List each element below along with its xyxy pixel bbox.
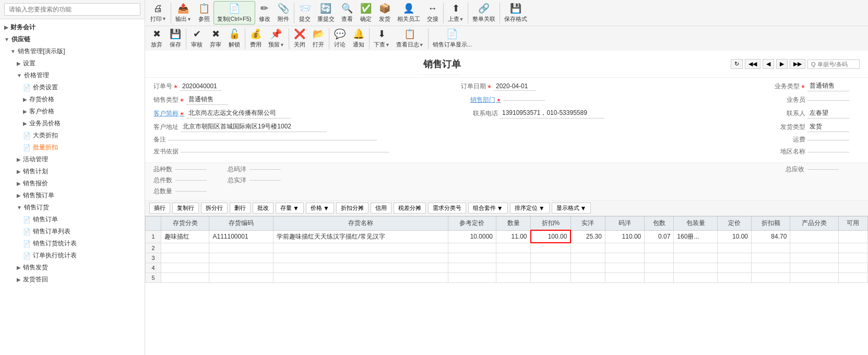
discount-cell[interactable] xyxy=(531,273,571,282)
stock-name-cell[interactable]: 学前趣味描红天天练汉字描红/常见汉字 xyxy=(274,230,448,243)
sidebar-item-bulk-discount[interactable]: 📄大类折扣 xyxy=(0,129,145,141)
qty-cell[interactable] xyxy=(496,253,531,263)
product-type-cell[interactable] xyxy=(790,253,838,263)
sidebar-item-staff-price[interactable]: ▶业务员价格 xyxy=(0,117,145,129)
ref-price-cell[interactable] xyxy=(448,273,496,282)
discount-cell[interactable]: 100.00 xyxy=(531,230,571,243)
actual-price-cell[interactable] xyxy=(570,253,605,263)
table-row[interactable]: 4 xyxy=(146,263,868,273)
stock-code-cell[interactable] xyxy=(209,263,274,273)
view-log-button[interactable]: 📋 查看日志 ▼ xyxy=(393,27,427,50)
row-number[interactable]: 4 xyxy=(146,263,161,273)
actual-price-cell[interactable]: 25.30 xyxy=(570,230,605,243)
stock-code-cell[interactable] xyxy=(209,243,274,253)
stock-name-cell[interactable] xyxy=(274,253,448,263)
open-button[interactable]: 📂 打开 xyxy=(309,27,328,50)
sidebar-item-sales-order-stats[interactable]: 📄销售订货统计表 xyxy=(0,238,145,250)
table-row[interactable]: 2 xyxy=(146,243,868,253)
available-cell[interactable] xyxy=(838,273,867,282)
fee-button[interactable]: 💰 费用 xyxy=(246,27,265,50)
available-cell[interactable] xyxy=(838,253,867,263)
sort-button[interactable]: 排序定位 ▼ xyxy=(510,203,550,214)
discount-amount-cell[interactable]: 84.70 xyxy=(752,230,790,243)
review-button[interactable]: ✔ 审核 xyxy=(187,27,206,50)
discount-cell[interactable] xyxy=(531,263,571,273)
product-type-cell[interactable] xyxy=(790,263,838,273)
sidebar-item-sales-plan[interactable]: ▶销售计划 xyxy=(0,165,145,178)
stock-name-cell[interactable] xyxy=(274,273,448,282)
product-type-cell[interactable] xyxy=(790,243,838,253)
sidebar-item-settings[interactable]: ▶设置 xyxy=(0,57,145,69)
list-price-cell[interactable]: 10.00 xyxy=(717,230,751,243)
pkg-qty-cell[interactable] xyxy=(674,273,717,282)
qty-cell[interactable]: 11.00 xyxy=(496,230,531,243)
stock-type-cell[interactable] xyxy=(161,243,209,253)
search-input[interactable] xyxy=(4,3,140,16)
product-type-cell[interactable] xyxy=(790,273,838,282)
actual-price-cell[interactable] xyxy=(570,273,605,282)
refresh-button[interactable]: ↻ xyxy=(731,59,743,69)
packages-cell[interactable] xyxy=(645,243,674,253)
transfer-button[interactable]: ↔ 交接 xyxy=(423,2,442,24)
row-number[interactable]: 3 xyxy=(146,253,161,263)
sidebar-item-sales-delivery[interactable]: ▶销售发货 xyxy=(0,262,145,274)
sidebar-item-order-exec-stats[interactable]: 📄订单执行统计表 xyxy=(0,250,145,262)
available-cell[interactable] xyxy=(838,230,867,243)
discuss-button[interactable]: 💬 讨论 xyxy=(330,27,349,50)
discount-split-button[interactable]: 折扣分摊 xyxy=(336,203,368,214)
row-number[interactable]: 5 xyxy=(146,273,161,282)
pkg-qty-cell[interactable]: 160册... xyxy=(674,230,717,243)
packages-cell[interactable] xyxy=(645,273,674,282)
format-save-button[interactable]: 💾 保存格式 xyxy=(501,2,530,24)
save-button[interactable]: 💾 保存 xyxy=(166,27,185,50)
actual-price-cell[interactable] xyxy=(570,243,605,253)
sales-dept-label[interactable]: 销售部门 xyxy=(470,96,501,104)
discount-cell[interactable] xyxy=(531,253,571,263)
credit-button[interactable]: 信用 xyxy=(371,203,391,214)
price-button[interactable]: 价格 ▼ xyxy=(306,203,334,214)
discount-amount-cell[interactable] xyxy=(752,243,790,253)
qty-cell[interactable] xyxy=(496,243,531,253)
actual-price-cell[interactable] xyxy=(570,263,605,273)
ref-price-cell[interactable] xyxy=(448,263,496,273)
discount-amount-cell[interactable] xyxy=(752,273,790,282)
copy-button[interactable]: 📄 复制(Ctrl+F5) xyxy=(213,1,255,25)
table-row[interactable]: 3 xyxy=(146,253,868,263)
sidebar-item-price-mgmt[interactable]: ▼价格管理 xyxy=(0,69,145,81)
sidebar-item-supply[interactable]: ▼供应链 xyxy=(0,33,145,45)
prebook-button[interactable]: 📌 预留 ▼ xyxy=(265,27,288,50)
list-price-cell[interactable] xyxy=(717,243,751,253)
ocean-cell[interactable] xyxy=(605,273,644,282)
sidebar-item-stock-price[interactable]: ▶存货价格 xyxy=(0,93,145,105)
batch-modify-button[interactable]: 批改 xyxy=(253,203,274,214)
copy-row-button[interactable]: 复制行 xyxy=(172,203,199,214)
invoice-button[interactable]: 📦 发货 xyxy=(375,2,394,24)
submit-button[interactable]: 📨 提交 xyxy=(295,2,314,24)
packages-cell[interactable] xyxy=(645,263,674,273)
table-row[interactable]: 1趣味描红A111100001学前趣味描红天天练汉字描红/常见汉字10.0000… xyxy=(146,230,868,243)
modify-button[interactable]: ✏ 修改 xyxy=(255,2,274,24)
down-check-button[interactable]: ⬇ 下查 ▼ xyxy=(371,27,393,50)
display-button[interactable]: 显示格式 ▼ xyxy=(552,203,591,214)
list-price-cell[interactable] xyxy=(717,253,751,263)
stock-name-cell[interactable] xyxy=(274,243,448,253)
customer-label[interactable]: 客户简称 xyxy=(153,109,184,118)
ocean-cell[interactable] xyxy=(605,243,644,253)
stock-type-cell[interactable] xyxy=(161,263,209,273)
qty-cell[interactable] xyxy=(496,263,531,273)
table-row[interactable]: 5 xyxy=(146,273,868,282)
discount-amount-cell[interactable] xyxy=(752,253,790,263)
next-button[interactable]: ▶ xyxy=(776,59,788,69)
pkg-qty-cell[interactable] xyxy=(674,243,717,253)
discount-cell[interactable] xyxy=(531,243,571,253)
sidebar-item-sales-order[interactable]: ▼销售订货 xyxy=(0,202,145,214)
whole-order-button[interactable]: 🔗 整单关联 xyxy=(469,2,498,24)
ocean-cell[interactable] xyxy=(605,263,644,273)
related-staff-button[interactable]: 👤 相关员工 xyxy=(394,2,423,24)
discount-amount-cell[interactable] xyxy=(752,263,790,273)
demand-no-button[interactable]: 需求分类号 xyxy=(428,203,466,214)
pkg-qty-cell[interactable] xyxy=(674,253,717,263)
packages-cell[interactable] xyxy=(645,253,674,263)
ref-price-cell[interactable] xyxy=(448,243,496,253)
available-cell[interactable] xyxy=(838,243,867,253)
